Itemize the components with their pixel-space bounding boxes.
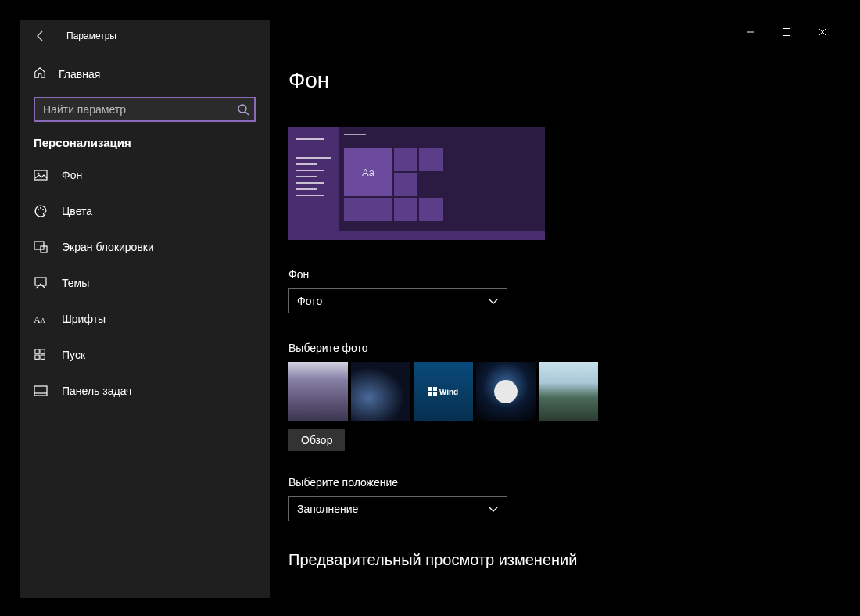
close-icon [819, 28, 826, 36]
home-icon [34, 66, 46, 81]
sidebar-item-label: Экран блокировки [62, 241, 154, 253]
photo-thumbnails: Wind [288, 362, 840, 421]
sidebar-item-label: Цвета [62, 205, 92, 217]
svg-point-3 [38, 173, 40, 175]
photo-thumb-1[interactable] [288, 362, 348, 421]
sidebar-item-lockscreen[interactable]: Экран блокировки [20, 229, 270, 265]
svg-rect-24 [428, 392, 432, 396]
svg-point-4 [38, 209, 39, 210]
sidebar-item-start[interactable]: Пуск [20, 337, 270, 373]
svg-rect-14 [35, 355, 39, 359]
svg-rect-13 [41, 349, 45, 353]
sidebar-item-themes[interactable]: Темы [20, 265, 270, 301]
chevron-down-icon [488, 295, 499, 306]
sidebar-item-background[interactable]: Фон [20, 157, 270, 193]
desktop-preview: Aa [288, 127, 545, 231]
sidebar: Параметры Главная Персонализация [20, 20, 270, 598]
maximize-icon [783, 28, 790, 36]
taskbar-icon [34, 384, 48, 398]
preview-panel: Aa [288, 127, 840, 240]
sidebar-item-taskbar[interactable]: Панель задач [20, 373, 270, 409]
background-dropdown[interactable]: Фото [288, 288, 507, 313]
dropdown-value: Заполнение [297, 503, 358, 515]
svg-point-6 [42, 209, 44, 210]
settings-window: Параметры Главная Персонализация [20, 20, 840, 598]
position-dropdown[interactable]: Заполнение [288, 496, 507, 521]
app-title: Параметры [66, 30, 116, 41]
svg-rect-22 [428, 387, 432, 391]
close-button[interactable] [804, 20, 840, 45]
sidebar-home[interactable]: Главная [20, 59, 270, 89]
svg-rect-23 [433, 387, 437, 391]
svg-rect-2 [34, 170, 47, 180]
browse-button[interactable]: Обзор [288, 429, 345, 451]
start-icon [34, 348, 48, 362]
back-button[interactable] [34, 29, 48, 43]
photo-thumb-3[interactable]: Wind [414, 362, 473, 421]
search-input[interactable] [34, 97, 256, 122]
minimize-button[interactable] [733, 20, 769, 45]
lockscreen-icon [34, 240, 48, 254]
svg-rect-15 [41, 355, 45, 359]
photo-thumb-5[interactable] [539, 362, 598, 421]
minimize-icon [747, 28, 754, 36]
sidebar-header: Параметры [20, 20, 270, 54]
win-tile-text: Wind [439, 388, 458, 396]
fonts-icon: AA [34, 312, 48, 326]
category-title: Персонализация [20, 136, 270, 157]
themes-icon [34, 276, 48, 290]
position-label: Выберите положение [288, 476, 840, 489]
preview-tiles: Aa [339, 127, 545, 231]
window-controls [733, 20, 840, 45]
picture-icon [34, 168, 48, 182]
palette-icon [34, 204, 48, 218]
background-section-label: Фон [288, 268, 840, 281]
svg-rect-16 [34, 386, 47, 396]
svg-point-5 [40, 207, 41, 209]
photo-thumb-4[interactable] [476, 362, 536, 421]
preview-sample-text: Aa [344, 148, 392, 196]
sidebar-item-label: Шрифты [62, 313, 106, 325]
preview-start-menu [288, 127, 339, 231]
preview-taskbar [288, 231, 545, 240]
content: Фон Aa [270, 20, 840, 598]
chevron-down-icon [488, 503, 499, 514]
sidebar-item-label: Пуск [62, 349, 85, 361]
photo-thumb-2[interactable] [351, 362, 410, 421]
sidebar-item-fonts[interactable]: AA Шрифты [20, 301, 270, 337]
sidebar-item-label: Темы [62, 277, 89, 289]
maximize-button[interactable] [769, 20, 804, 45]
svg-rect-25 [433, 392, 437, 396]
sidebar-body: Главная Персонализация Фон Цвета [20, 54, 270, 409]
arrow-left-icon [34, 30, 47, 42]
preview-heading: Предварительный просмотр изменений [288, 551, 840, 569]
sidebar-home-label: Главная [59, 68, 100, 81]
choose-photo-label: Выберите фото [288, 342, 840, 354]
svg-rect-19 [783, 29, 790, 36]
svg-rect-7 [34, 242, 44, 249]
sidebar-item-label: Фон [62, 169, 82, 181]
search-wrap [34, 97, 256, 122]
dropdown-value: Фото [297, 295, 322, 307]
svg-rect-12 [35, 349, 39, 353]
page-title: Фон [288, 68, 840, 93]
sidebar-item-colors[interactable]: Цвета [20, 193, 270, 229]
sidebar-item-label: Панель задач [62, 385, 131, 397]
svg-text:A: A [41, 317, 45, 324]
svg-text:A: A [34, 314, 41, 325]
